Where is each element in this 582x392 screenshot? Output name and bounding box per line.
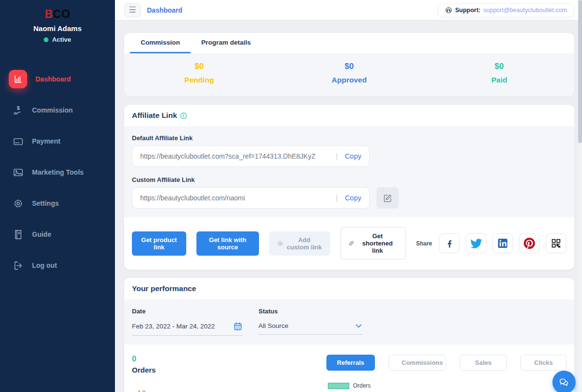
stat-paid: $0 Paid [424, 62, 574, 84]
hand-dollar-icon [12, 104, 24, 116]
calendar-icon [233, 322, 242, 331]
get-product-link-button[interactable]: Get product link [132, 231, 186, 256]
divider: | [336, 194, 338, 202]
scrollbar-thumb[interactable] [578, 0, 582, 143]
app-logo: BCO [0, 8, 115, 21]
copy-default-link-button[interactable]: Copy [345, 152, 361, 160]
performance-tab-buttons: Referrals Commissions Sales Clicks [326, 355, 566, 371]
stat-label: Paid [424, 76, 574, 84]
stat-value: $0 [424, 62, 574, 71]
affiliate-card-title: Affiliate Link [132, 111, 177, 120]
share-label: Share [416, 240, 432, 247]
stat-label: Pending [124, 76, 274, 84]
support-email-link[interactable]: support@beautycluboutlet.com [483, 7, 567, 14]
status-dot-icon [44, 37, 48, 42]
date-label: Date [132, 308, 242, 315]
scrollbar-track[interactable] [578, 0, 582, 392]
affiliate-card-body: Default Affiliate Link https://beautyclu… [124, 126, 574, 217]
share-linkedin-button[interactable] [492, 233, 513, 253]
share-qr-code-button[interactable] [546, 233, 566, 253]
linkedin-icon [497, 238, 508, 249]
date-range-picker[interactable]: Feb 23, 2022 - Mar 24, 2022 [132, 319, 242, 336]
default-affiliate-link-value: https://beautycluboutlet.com?sca_ref=174… [140, 152, 335, 160]
logo-part-dark: CO [53, 8, 70, 20]
orders-metric-label: Orders [132, 366, 156, 374]
logo-part-red: B [45, 8, 53, 20]
edit-custom-link-button[interactable] [376, 187, 399, 209]
breadcrumb[interactable]: Dashboard [147, 6, 182, 14]
qr-code-icon [551, 238, 561, 248]
image-icon [12, 166, 24, 178]
performance-filters: Date Feb 23, 2022 - Mar 24, 2022 Status … [124, 299, 574, 344]
sidebar-item-payment[interactable]: Payment [0, 126, 115, 157]
tabs: Commission Program details [124, 33, 574, 53]
default-link-label: Default Affiliate Link [132, 134, 566, 142]
sidebar-item-label: Settings [32, 199, 59, 207]
custom-link-label: Custom Affiliate Link [132, 176, 566, 183]
get-shortened-link-button[interactable]: Get shortened link [340, 227, 406, 260]
orders-metric: 0 Orders [132, 355, 156, 374]
custom-affiliate-link-field[interactable]: https://beautycluboutlet.com/naomi | Cop… [132, 187, 370, 209]
sidebar-item-label: Log out [32, 261, 57, 269]
performance-card: Your performance Date Feb 23, 2022 - Mar… [124, 278, 574, 392]
user-status: Active [0, 36, 115, 43]
book-icon [12, 229, 24, 240]
default-affiliate-link-field[interactable]: https://beautycluboutlet.com?sca_ref=174… [132, 146, 370, 167]
plus-circle-icon [277, 240, 283, 247]
sidebar-item-marketing-tools[interactable]: Marketing Tools [0, 157, 115, 188]
share-twitter-button[interactable] [466, 233, 486, 253]
main-area: ☰ Dashboard Support: support@beautyclubo… [115, 0, 582, 392]
date-filter: Date Feb 23, 2022 - Mar 24, 2022 [132, 308, 242, 336]
share-pinterest-button[interactable] [519, 233, 540, 253]
credit-card-icon [12, 135, 24, 147]
stat-approved: $0 Approved [274, 62, 424, 84]
chevron-down-icon [355, 322, 363, 330]
legend-label-orders: Orders [353, 382, 371, 389]
support-box: Support: support@beautycluboutlet.com [438, 3, 574, 17]
share-facebook-button[interactable] [439, 233, 460, 253]
sidebar-item-settings[interactable]: Settings [0, 188, 115, 219]
chat-fab-button[interactable] [552, 371, 576, 392]
status-label: Status [259, 308, 363, 315]
referrals-button[interactable]: Referrals [326, 355, 375, 371]
tab-commission[interactable]: Commission [130, 33, 191, 53]
commissions-button[interactable]: Commissions [388, 355, 446, 371]
user-name: Naomi Adams [0, 24, 115, 33]
gear-icon [12, 197, 24, 209]
edit-pencil-icon [383, 194, 392, 203]
content: Commission Program details $0 Pending $0… [115, 33, 582, 392]
link-icon [349, 240, 354, 247]
twitter-icon [470, 238, 482, 249]
stat-value: $0 [124, 62, 274, 71]
affiliate-link-card: Affiliate Link Default Affiliate Link ht… [124, 105, 574, 270]
date-range-value: Feb 23, 2022 - Mar 24, 2022 [132, 323, 233, 330]
sidebar-item-guide[interactable]: Guide [0, 219, 115, 250]
support-agent-icon [445, 7, 452, 14]
divider: | [336, 152, 338, 160]
sidebar-nav: Dashboard Commission Payment [0, 64, 115, 281]
y-axis-tick: 1.0 [131, 390, 146, 392]
share-group: Share [416, 233, 566, 253]
get-link-with-source-button[interactable]: Get link with source [196, 231, 259, 256]
performance-card-header: Your performance [124, 278, 574, 299]
performance-metrics-row: 0 Orders Referrals Commissions Sales Cli… [124, 344, 574, 374]
sales-button[interactable]: Sales [460, 355, 507, 371]
sidebar-item-label: Dashboard [35, 75, 71, 83]
sidebar-item-dashboard[interactable]: Dashboard [0, 64, 115, 95]
add-custom-link-button[interactable]: Add custom link [269, 231, 330, 256]
sidebar-item-label: Guide [32, 230, 51, 238]
info-icon[interactable] [180, 112, 187, 119]
sidebar-item-label: Marketing Tools [32, 168, 83, 176]
topbar: ☰ Dashboard Support: support@beautyclubo… [115, 0, 582, 20]
source-select[interactable]: All Source [259, 319, 363, 335]
chart-legend[interactable]: Orders [124, 382, 574, 389]
copy-custom-link-button[interactable]: Copy [345, 194, 361, 202]
custom-affiliate-link-value: https://beautycluboutlet.com/naomi [140, 194, 335, 202]
tab-program-details[interactable]: Program details [191, 33, 261, 53]
sidebar-item-logout[interactable]: Log out [0, 250, 115, 281]
sidebar-item-label: Payment [32, 137, 60, 145]
sidebar-item-commission[interactable]: Commission [0, 95, 115, 126]
clicks-button[interactable]: Clicks [520, 355, 566, 371]
menu-toggle-button[interactable]: ☰ [124, 3, 141, 17]
sidebar-item-label: Commission [32, 106, 73, 114]
